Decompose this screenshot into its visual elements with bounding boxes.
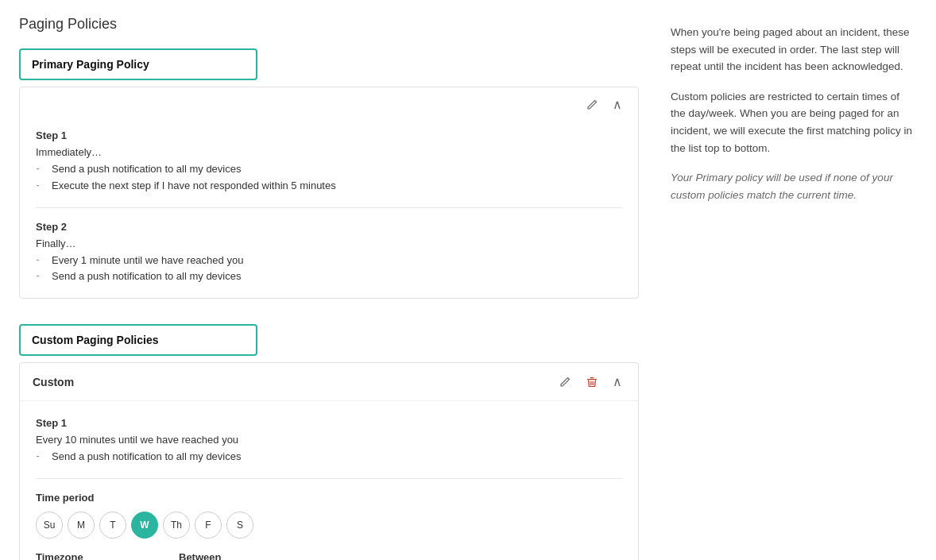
page-title: Paging Policies — [19, 16, 639, 33]
primary-step1-timing: Immediately… — [36, 146, 622, 158]
time-period-section: Time period SuMTWThFS Timezone America/D… — [36, 478, 622, 560]
day-btn-th[interactable]: Th — [163, 512, 190, 539]
primary-chevron-icon: ∧ — [613, 97, 622, 112]
custom-step1-label: Step 1 — [36, 417, 622, 429]
page-container: Paging Policies Primary Paging Policy ∧ — [0, 0, 936, 560]
svg-rect-1 — [590, 377, 594, 378]
custom-section: Custom Paging Policies Custom — [19, 324, 639, 560]
day-btn-m[interactable]: M — [68, 512, 95, 539]
custom-chevron-icon: ∧ — [613, 374, 622, 389]
between-col: Between 8:00 am and 5:00 pm — [179, 551, 322, 560]
primary-step1-label: Step 1 — [36, 129, 622, 141]
sidebar-italic: Your Primary policy will be used if none… — [671, 169, 917, 203]
primary-step1-sub1: Send a push notification to all my devic… — [36, 161, 622, 178]
day-btn-f[interactable]: F — [195, 512, 222, 539]
time-period-label: Time period — [36, 492, 622, 504]
day-btn-s[interactable]: S — [226, 512, 253, 539]
custom-policy-card-header: Custom — [20, 363, 638, 401]
primary-edit-button[interactable] — [582, 97, 601, 113]
primary-step2: Step 2 Finally… Every 1 minute until we … — [36, 221, 622, 286]
timezone-header: Timezone — [36, 551, 179, 560]
custom-policy-name: Custom — [33, 376, 74, 388]
step-divider-1 — [36, 207, 622, 208]
primary-step2-sub2: Send a push notification to all my devic… — [36, 268, 622, 285]
custom-delete-button[interactable] — [582, 374, 601, 390]
custom-policy-card: Custom — [19, 362, 639, 560]
primary-section: Primary Paging Policy ∧ St — [19, 48, 639, 299]
primary-section-title: Primary Paging Policy — [32, 58, 149, 71]
timezone-row: Timezone America/Denver Between 8:00 am … — [36, 551, 622, 560]
main-content: Paging Policies Primary Paging Policy ∧ — [19, 16, 639, 560]
primary-policy-body: Step 1 Immediately… Send a push notifica… — [20, 114, 638, 298]
primary-section-header-box: Primary Paging Policy — [19, 48, 257, 80]
primary-step1-sub2: Execute the next step if I have not resp… — [36, 178, 622, 195]
custom-step1: Step 1 Every 10 minutes until we have re… — [36, 417, 622, 465]
svg-rect-0 — [587, 379, 597, 380]
custom-section-title: Custom Paging Policies — [32, 334, 158, 346]
sidebar-info: When you're being paged about an inciden… — [671, 16, 917, 560]
custom-step1-sub1: Send a push notification to all my devic… — [36, 449, 622, 465]
day-btn-w[interactable]: W — [131, 512, 158, 539]
custom-policy-actions: ∧ — [555, 373, 625, 391]
custom-edit-button[interactable] — [555, 374, 574, 390]
primary-collapse-button[interactable]: ∧ — [609, 95, 625, 114]
day-buttons: SuMTWThFS — [36, 512, 622, 539]
primary-step2-sub1: Every 1 minute until we have reached you — [36, 253, 622, 269]
day-btn-su[interactable]: Su — [36, 512, 63, 539]
sidebar-text-2: Custom policies are restricted to certai… — [671, 88, 917, 156]
custom-step1-timing: Every 10 minutes until we have reached y… — [36, 434, 622, 446]
primary-step2-label: Step 2 — [36, 221, 622, 233]
between-header: Between — [179, 551, 322, 560]
custom-section-header-box: Custom Paging Policies — [19, 324, 257, 356]
primary-policy-card: ∧ Step 1 Immediately… Send a push notifi… — [19, 87, 639, 299]
timezone-col: Timezone America/Denver — [36, 551, 179, 560]
primary-step2-timing: Finally… — [36, 238, 622, 249]
custom-policy-body: Step 1 Every 10 minutes until we have re… — [20, 401, 638, 560]
sidebar-text-1: When you're being paged about an inciden… — [671, 24, 917, 75]
custom-collapse-button[interactable]: ∧ — [609, 373, 625, 391]
primary-step1: Step 1 Immediately… Send a push notifica… — [36, 129, 622, 195]
day-btn-t[interactable]: T — [99, 512, 126, 539]
